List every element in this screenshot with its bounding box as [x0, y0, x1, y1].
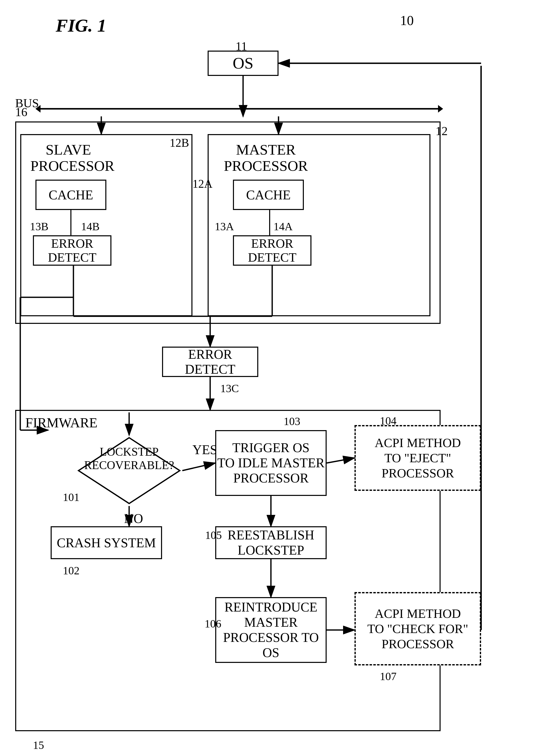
- ref-14b: 14B: [81, 220, 99, 233]
- error-detect-master: ERRORDETECT: [233, 235, 311, 266]
- figure-title: FIG. 1: [56, 15, 106, 36]
- svg-marker-7: [438, 105, 443, 113]
- reestablish-lockstep-box: REESTABLISHLOCKSTEP: [215, 526, 327, 559]
- acpi-check-box: ACPI METHODTO "CHECK FOR"PROCESSOR: [354, 592, 481, 665]
- svg-marker-0: [78, 438, 180, 503]
- ref-10: 10: [400, 13, 414, 28]
- ref-102: 102: [63, 564, 79, 577]
- lockstep-decision-diamond: [76, 435, 182, 506]
- yes-label: YES: [192, 442, 217, 457]
- ref-13c: 13C: [220, 382, 239, 395]
- ref-11: 11: [236, 39, 247, 53]
- ref-15: 15: [33, 739, 44, 752]
- slave-processor-label: SLAVEPROCESSOR: [30, 142, 106, 174]
- ref-107: 107: [380, 670, 397, 683]
- ref-105: 105: [205, 529, 222, 542]
- cache-slave: CACHE: [36, 180, 106, 210]
- os-box: OS: [208, 51, 278, 76]
- error-detect-main: ERROR DETECT: [162, 347, 258, 377]
- acpi-eject-box: ACPI METHODTO "EJECT"PROCESSOR: [354, 425, 481, 491]
- ref-12b: 12B: [170, 136, 189, 149]
- error-detect-slave: ERRORDETECT: [33, 235, 111, 266]
- reintroduce-master-box: REINTRODUCEMASTERPROCESSOR TO OS: [215, 597, 327, 663]
- no-label: NO: [124, 511, 143, 526]
- ref-103: 103: [284, 415, 300, 428]
- trigger-os-box: TRIGGER OSTO IDLE MASTERPROCESSOR: [215, 430, 327, 496]
- ref-13a: 13A: [215, 220, 234, 233]
- ref-12: 12: [436, 124, 448, 138]
- master-processor-label: MASTERPROCESSOR: [220, 142, 311, 174]
- firmware-label: FIRMWARE: [25, 415, 98, 431]
- ref-106: 106: [205, 617, 221, 630]
- bus-ref: 16: [15, 105, 27, 119]
- ref-14a: 14A: [273, 220, 293, 233]
- cache-master: CACHE: [233, 180, 304, 210]
- ref-104: 104: [380, 415, 397, 427]
- ref-101: 101: [63, 491, 79, 504]
- ref-13b: 13B: [30, 220, 48, 233]
- crash-system-box: CRASH SYSTEM: [51, 526, 162, 559]
- ref-12a: 12A: [192, 177, 212, 191]
